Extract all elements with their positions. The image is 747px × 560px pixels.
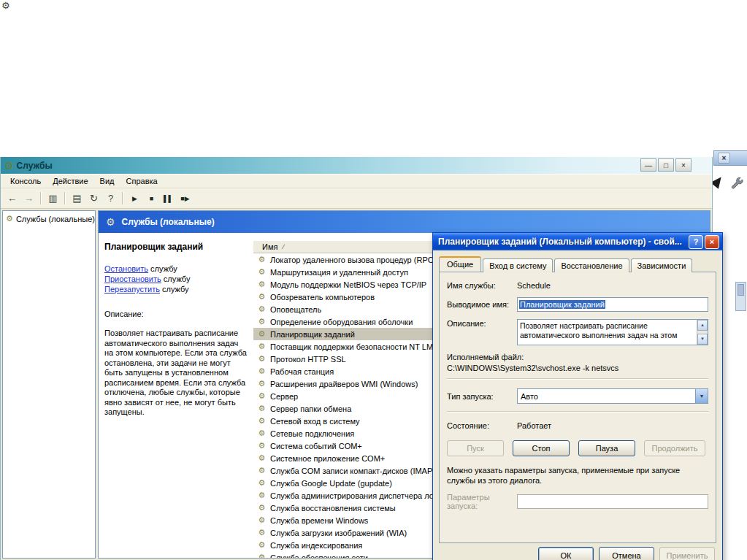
menu-help[interactable]: Справка	[120, 175, 164, 187]
close-button[interactable]: ×	[675, 158, 692, 172]
service-name: Служба восстановления системы	[270, 504, 396, 513]
startup-type-row: Тип запуска: Авто ▼	[447, 388, 708, 404]
outer-close-button[interactable]: ×	[718, 153, 730, 164]
service-icon: ⚙	[257, 515, 267, 525]
scroll-down-icon[interactable]: ▼	[697, 334, 708, 345]
scroll-up-icon[interactable]: ▲	[697, 320, 708, 331]
service-name: Сетевые подключения	[270, 429, 354, 438]
toolbar: ← → ▥ ▤ ↻ ? ▶ ■ ▌▌ ■▶	[1, 188, 712, 209]
service-name-row: Имя службы: Schedule	[447, 281, 708, 290]
service-icon: ⚙	[257, 317, 267, 326]
outer-scrollbar-fragment[interactable]	[735, 282, 746, 311]
sort-indicator-icon: ∕	[283, 243, 284, 250]
service-icon: ⚙	[257, 416, 267, 426]
service-icon: ⚙	[257, 304, 267, 314]
service-name: Служба времени Windows	[270, 516, 368, 525]
startup-params-row: Параметры запуска:	[447, 493, 708, 510]
console-tree-pane: ⚙ Службы (локальные)	[2, 210, 96, 559]
service-icon: ⚙	[257, 329, 267, 339]
apply-button[interactable]: Применить	[659, 547, 715, 560]
tab-dependencies[interactable]: Зависимости	[631, 258, 693, 272]
description-label: Описание:	[104, 310, 249, 318]
general-tab-panel: Имя службы: Schedule Выводимое имя: План…	[439, 272, 716, 543]
menu-action[interactable]: Действие	[47, 175, 93, 187]
outer-titlebar-fragment: ×	[713, 150, 747, 166]
service-name: Служба Google Update (gupdate)	[270, 479, 392, 488]
service-name: Расширения драйверов WMI (Windows)	[270, 380, 418, 388]
service-name: Оповещатель	[270, 305, 321, 314]
service-name: Служба загрузки изображений (WIA)	[270, 529, 407, 537]
service-name: Служба индексирования	[270, 541, 362, 550]
service-name: Маршрутизация и удаленный доступ	[270, 268, 408, 277]
service-icon: ⚙	[257, 292, 267, 302]
stop-button[interactable]: Стоп	[513, 440, 570, 456]
pause-service-line: Приостановить службу	[104, 274, 249, 284]
restart-service-line: Перезапустить службу	[104, 284, 249, 294]
startup-type-select[interactable]: Авто ▼	[517, 388, 708, 404]
wrench-icon[interactable]	[729, 176, 744, 191]
service-name: Модуль поддержки NetBIOS через TCP/IP	[270, 280, 426, 289]
menu-console[interactable]: Консоль	[4, 175, 47, 187]
services-window-icon: ⚙	[4, 160, 14, 172]
tab-general[interactable]: Общие	[439, 256, 481, 272]
service-name: Обозреватель компьютеров	[270, 293, 375, 302]
service-icon: ⚙	[257, 540, 267, 550]
forward-icon[interactable]: →	[20, 191, 37, 206]
service-icon: ⚙	[257, 528, 267, 537]
service-name: Протокол HTTP SSL	[270, 355, 346, 364]
dialog-close-button[interactable]: ×	[705, 235, 719, 249]
service-name: Служба обеспечения сети	[270, 553, 368, 559]
service-name-label: Имя службы:	[447, 281, 517, 290]
service-icon: ⚙	[257, 267, 267, 277]
status-value: Работает	[517, 421, 551, 430]
tab-recovery[interactable]: Восстановление	[554, 258, 629, 272]
properties-icon[interactable]: ▤	[69, 191, 85, 206]
service-icon: ⚙	[257, 367, 267, 376]
restart-service-link[interactable]: Перезапустить	[104, 285, 160, 294]
menubar: Консоль Действие Вид Справка	[1, 174, 712, 188]
ok-button[interactable]: ОК	[538, 547, 594, 560]
console-tree-icon[interactable]: ▥	[45, 191, 61, 206]
service-icon: ⚙	[257, 429, 267, 438]
dialog-help-button[interactable]: ?	[689, 235, 703, 249]
start-button[interactable]: Пуск	[447, 440, 504, 456]
service-icon: ⚙	[257, 478, 267, 488]
display-name-value: Планировщик заданий	[519, 300, 605, 309]
startup-params-input[interactable]	[517, 494, 708, 509]
back-icon[interactable]: ←	[4, 191, 20, 206]
window-titlebar: ⚙ Службы — □ ×	[1, 157, 712, 174]
stop-service-line: Остановить службу	[104, 264, 249, 274]
restart-service-icon[interactable]: ■▶	[177, 191, 194, 206]
pause-button[interactable]: Пауза	[578, 440, 635, 456]
scrollbar-thumb[interactable]	[738, 284, 744, 296]
pause-service-icon[interactable]: ▌▌	[160, 191, 177, 206]
tab-logon[interactable]: Вход в систему	[483, 258, 553, 272]
start-service-icon[interactable]: ▶	[126, 191, 143, 206]
service-name: Служба COM записи компакт-дисков (IMAPI)	[270, 467, 437, 475]
dialog-title: Планировщик заданий (Локальный компьютер…	[436, 237, 687, 247]
dialog-tabs: Общие Вход в систему Восстановление Зави…	[433, 250, 722, 272]
chevron-down-icon[interactable]: ▼	[695, 389, 708, 403]
minimize-button[interactable]: —	[640, 158, 656, 172]
startup-type-value: Авто	[521, 392, 538, 401]
display-name-field[interactable]: Планировщик заданий	[517, 297, 708, 312]
service-icon: ⚙	[257, 391, 267, 401]
resume-button[interactable]: Продолжить	[644, 440, 705, 456]
stop-service-icon[interactable]: ■	[143, 191, 160, 206]
description-field[interactable]: Позволяет настраивать расписание автомат…	[517, 319, 708, 345]
executable-label: Исполняемый файл:	[447, 353, 708, 361]
pause-service-link[interactable]: Приостановить	[104, 275, 161, 283]
maximize-button[interactable]: □	[658, 158, 674, 172]
help-icon[interactable]: ?	[102, 191, 119, 206]
tree-item-services[interactable]: ⚙ Службы (локальные)	[3, 211, 95, 223]
refresh-icon[interactable]: ↻	[85, 191, 102, 206]
cancel-button[interactable]: Отмена	[599, 547, 654, 560]
menu-view[interactable]: Вид	[94, 175, 120, 187]
service-name: Системное приложение COM+	[270, 454, 385, 463]
description-scrollbar[interactable]: ▲ ▼	[697, 320, 708, 345]
service-icon: ⚙	[257, 453, 267, 463]
separator	[447, 411, 708, 413]
stop-service-link[interactable]: Остановить	[104, 264, 148, 273]
corner-gear-icon: ⚙	[1, 0, 10, 11]
service-control-buttons: Пуск Стоп Пауза Продолжить	[447, 440, 708, 456]
